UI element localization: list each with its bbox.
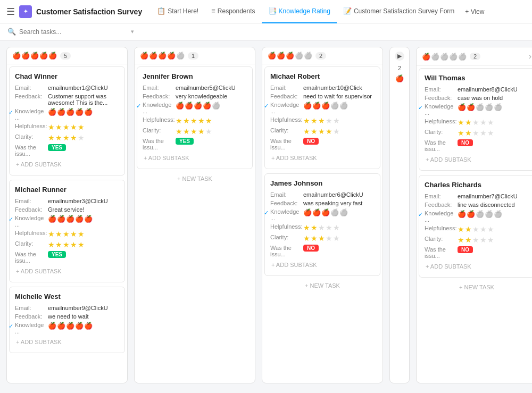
card-field-knowledge: ✓ Knowledge ... 🍎🍎🍎🍎🍎 xyxy=(15,322,119,335)
add-subtask-button[interactable]: + ADD SUBTASK xyxy=(15,337,119,347)
card-field-clarity: Clarity: ★★★★★ xyxy=(270,127,375,136)
column-count-badge: 2 xyxy=(470,53,480,60)
card-field-helpfulness: Helpfulness: ★★★★★ xyxy=(425,225,529,233)
card-field-clarity: Clarity: ★★★★★ xyxy=(15,240,119,249)
column-expand-icon[interactable]: › xyxy=(529,52,531,61)
issue-badge: YES xyxy=(176,138,194,145)
card-field-email: Email: emailnumber9@ClickU xyxy=(15,305,119,311)
check-icon: ✓ xyxy=(136,103,141,110)
add-subtask-button[interactable]: + ADD SUBTASK xyxy=(270,260,375,270)
card-field-clarity: Clarity: ★★★★★ xyxy=(425,129,529,137)
search-chevron-icon[interactable]: ▾ xyxy=(131,28,134,35)
card-name: Michael Runner xyxy=(15,186,119,194)
tab-survey-form[interactable]: 📝 Customer Satisfaction Survey Form xyxy=(337,0,461,23)
card-name: Michael Robert xyxy=(270,72,375,80)
check-icon: ✓ xyxy=(418,211,423,218)
card-name: Chad Winner xyxy=(15,72,119,80)
card-field-helpfulness: Helpfulness: ★★★★★ xyxy=(270,116,375,125)
card-field-helpfulness: Helpfulness: ★★★★★ xyxy=(143,116,247,125)
add-subtask-button[interactable]: + ADD SUBTASK xyxy=(425,154,529,165)
task-card: Jennifer Brown Email: emailnumber5@Click… xyxy=(137,66,253,169)
column-header: 🍎🍎🍎🍎🍎 2 › xyxy=(417,47,532,66)
card-field-knowledge: ✓ Knowledge ... 🍎🍎🍎🍎🍎 xyxy=(270,102,375,114)
card-field-email: Email: emailnumber10@Click xyxy=(270,85,375,91)
card-name: Jennifer Brown xyxy=(143,72,247,80)
card-field-email: Email: emailnumber5@ClickU xyxy=(143,85,247,91)
column-count-badge: ▶ xyxy=(395,52,404,61)
tab-add-view[interactable]: + View xyxy=(461,0,488,23)
card-field-feedback: Feedback: case was on hold xyxy=(425,95,529,101)
issue-badge: YES xyxy=(48,144,66,151)
new-task-button[interactable]: + NEW TASK xyxy=(419,282,532,292)
app-logo: ✦ xyxy=(19,5,32,18)
card-name: Michelle West xyxy=(15,292,119,300)
card-field-knowledge: ✓ Knowledge ... 🍎🍎🍎🍎🍎 xyxy=(425,103,529,116)
tab-respondents[interactable]: ≡ Respondents xyxy=(205,0,261,23)
search-bar: 🔍 ▾ xyxy=(0,23,532,40)
header: ☰ ✦ Customer Satisfaction Survey 📋 Start… xyxy=(0,0,532,23)
card-field-clarity: Clarity: ★★★★★ xyxy=(270,234,375,243)
card-field-helpfulness: Helpfulness: ★★★★★ xyxy=(270,223,375,232)
check-icon: ✓ xyxy=(9,323,13,330)
issue-badge: NO xyxy=(458,246,473,253)
check-icon: ✓ xyxy=(9,216,13,223)
card-name: Will Thomas xyxy=(425,74,529,82)
card-field-feedback: Feedback: we need to wait xyxy=(15,313,119,320)
add-subtask-button[interactable]: + ADD SUBTASK xyxy=(15,159,119,170)
kanban-column: 🍎🍎🍎🍎🍎 2 Michael Robert Email: emailnumbe… xyxy=(262,47,383,383)
new-task-button[interactable]: + NEW TASK xyxy=(137,173,253,184)
tab-start-here-icon: 📋 xyxy=(157,7,165,15)
menu-icon[interactable]: ☰ xyxy=(6,6,15,18)
new-task-button[interactable]: + NEW TASK xyxy=(264,280,380,291)
add-subtask-button[interactable]: + ADD SUBTASK xyxy=(425,261,529,272)
card-field-issue: Was the issu... YES xyxy=(15,251,119,264)
column-count-badge: 2 xyxy=(315,52,326,60)
card-field-clarity: Clarity: ★★★★★ xyxy=(15,133,119,142)
column-header: 🍎🍎🍎🍎🍎 5 xyxy=(7,47,127,64)
card-field-clarity: Clarity: ★★★★★ xyxy=(425,236,529,244)
card-field-clarity: Clarity: ★★★★★ xyxy=(143,127,247,136)
column-content: Chad Winner Email: emailnumber1@ClickU F… xyxy=(7,64,127,383)
column-header: 🍎🍎🍎🍎🍎 2 xyxy=(262,47,383,64)
column-apples: 🍎🍎🍎🍎🍎 xyxy=(12,52,57,60)
card-field-email: Email: emailnumber3@ClickU xyxy=(15,198,119,204)
task-card: James Johnson Email: emailnumber6@ClickU… xyxy=(264,173,380,276)
issue-badge: NO xyxy=(458,139,473,146)
card-field-issue: Was the issu... NO xyxy=(270,245,375,257)
card-field-issue: Was the issu... NO xyxy=(425,246,529,259)
search-input[interactable] xyxy=(19,28,126,36)
card-field-feedback: Feedback: need to wait for supervisor xyxy=(270,93,375,99)
task-card: Michelle West Email: emailnumber9@ClickU… xyxy=(9,287,125,353)
task-card: Will Thomas Email: emailnumber8@ClickU F… xyxy=(419,68,532,171)
card-field-issue: Was the issu... YES xyxy=(143,138,247,150)
kanban-column: 🍎🍎🍎🍎🍎 2 › Will Thomas Email: emailnumber… xyxy=(416,47,532,383)
task-card: Chad Winner Email: emailnumber1@ClickU F… xyxy=(9,66,125,175)
column-content: Jennifer Brown Email: emailnumber5@Click… xyxy=(135,64,255,383)
column-count: 2 xyxy=(398,65,401,71)
issue-badge: YES xyxy=(48,251,66,258)
add-subtask-button[interactable]: + ADD SUBTASK xyxy=(15,266,119,277)
add-subtask-button[interactable]: + ADD SUBTASK xyxy=(270,153,375,163)
card-field-knowledge: ✓ Knowledge ... 🍎🍎🍎🍎🍎 xyxy=(15,108,119,121)
tab-survey-icon: 📝 xyxy=(343,7,352,15)
card-field-feedback: Feedback: was speaking very fast xyxy=(270,200,375,206)
add-subtask-button[interactable]: + ADD SUBTASK xyxy=(143,153,247,163)
issue-badge: NO xyxy=(303,138,319,145)
card-field-helpfulness: Helpfulness: ★★★★★ xyxy=(425,118,529,127)
tab-start-here[interactable]: 📋 Start Here! xyxy=(151,0,205,23)
column-collapsed[interactable]: ▶ 2 🍎 xyxy=(389,47,410,383)
card-field-helpfulness: Helpfulness: ★★★★★ xyxy=(15,230,119,238)
nav-tabs: 📋 Start Here! ≡ Respondents 📑 Knowledge … xyxy=(151,0,488,23)
tab-knowledge-rating[interactable]: 📑 Knowledge Rating xyxy=(262,0,337,23)
card-field-feedback: Feedback: line was disconnected xyxy=(425,202,529,208)
kanban-board: 🍎🍎🍎🍎🍎 5 Chad Winner Email: emailnumber1@… xyxy=(0,40,532,390)
task-card: Michael Runner Email: emailnumber3@Click… xyxy=(9,180,125,282)
check-icon: ✓ xyxy=(9,109,13,116)
column-content: Will Thomas Email: emailnumber8@ClickU F… xyxy=(417,66,532,383)
check-icon: ✓ xyxy=(264,103,269,110)
task-card: Michael Robert Email: emailnumber10@Clic… xyxy=(264,66,380,169)
kanban-column: 🍎🍎🍎🍎🍎 5 Chad Winner Email: emailnumber1@… xyxy=(6,47,128,383)
card-field-knowledge: ✓ Knowledge ... 🍎🍎🍎🍎🍎 xyxy=(270,208,375,221)
column-count-badge: 1 xyxy=(188,52,198,60)
card-field-email: Email: emailnumber8@ClickU xyxy=(425,86,529,93)
